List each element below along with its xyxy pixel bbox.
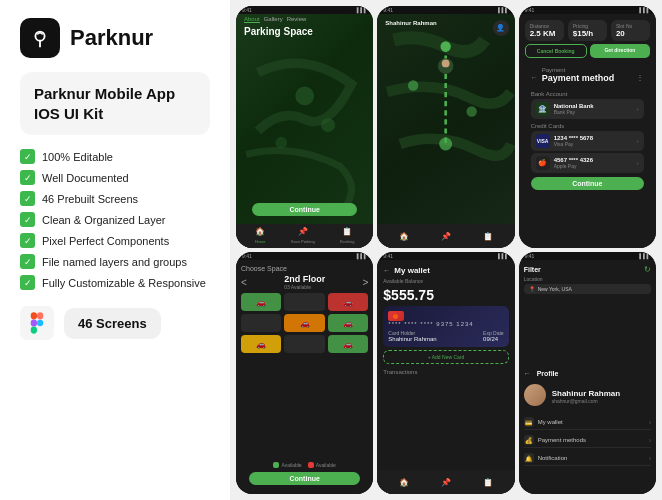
phone5-screen: ← My wallet Available Balance $555.75 **… — [377, 260, 514, 494]
apple-card-item[interactable]: 🍎 4567 **** 4326 Apple Pay › — [531, 153, 644, 173]
status-bar-5: 9:41▌▌▌ — [377, 252, 514, 260]
nav-bar-2: 🏠 📌 📋 — [377, 224, 514, 248]
check-icon-1: ✓ — [20, 149, 35, 164]
nav-home-5[interactable]: 🏠 — [399, 478, 409, 487]
add-card-button[interactable]: + Add New Card — [383, 350, 508, 364]
card-top — [388, 311, 503, 321]
notification-icon: 🔔 — [524, 453, 534, 463]
spot-5[interactable]: 🚗 — [284, 314, 324, 332]
spot-1[interactable]: 🚗 — [241, 293, 281, 311]
phone1-screen: About Gallery Review Parking Space Conti… — [236, 14, 373, 248]
profile-header: ← Profile — [524, 370, 651, 377]
spot-2[interactable] — [284, 293, 324, 311]
map-background: About Gallery Review Parking Space Conti… — [236, 14, 373, 248]
profile-section: ← Profile Shahinur Rahman shahnur@gmail.… — [519, 365, 656, 494]
back-arrow[interactable]: ← — [531, 74, 538, 81]
bank-icon: 🏦 — [536, 102, 550, 116]
stat-distance: Distance 2.5 KM — [525, 20, 564, 41]
svg-point-7 — [295, 87, 314, 106]
feature-3: ✓ 46 Prebuilt Screens — [20, 191, 210, 206]
wallet-title: My wallet — [394, 266, 430, 275]
phones-grid: 9:41▌▌▌ About Gallery Review Parking Spa… — [230, 0, 662, 500]
svg-point-9 — [275, 137, 287, 149]
balance-label: Available Balance — [383, 278, 508, 284]
check-icon-6: ✓ — [20, 254, 35, 269]
location-input[interactable]: 📍 New York, USA — [524, 284, 651, 294]
filter-title: Filter — [524, 266, 541, 273]
spot-9[interactable]: 🚗 — [328, 335, 368, 353]
spot-8[interactable] — [284, 335, 324, 353]
stat-slot: Slot No 20 — [611, 20, 650, 41]
choose-content: Choose Space < 2nd Floor 03 Available > … — [236, 260, 373, 494]
profile-info: Shahinur Rahman shahnur@gmail.com — [524, 384, 651, 408]
nav-booking-5[interactable]: 📋 — [483, 478, 493, 487]
booking-buttons: Cancel Booking Get direction — [525, 44, 650, 58]
visa-icon: VISA — [536, 134, 550, 148]
profile-item-notification[interactable]: 🔔 Notification › — [524, 451, 651, 466]
mc-circle — [393, 314, 398, 319]
payment-section: ← Payment Payment method ⋮ Bank Account … — [525, 61, 650, 242]
back-profile[interactable]: ← — [524, 370, 531, 377]
nav-save-1[interactable]: 📌Save Parking — [291, 227, 315, 245]
nav-save-2[interactable]: 📌 — [441, 232, 451, 241]
svg-point-10 — [441, 41, 451, 51]
prev-floor[interactable]: < — [241, 277, 247, 288]
status-bar-4: 9:41▌▌▌ — [236, 252, 373, 260]
payment-icon: 💰 — [524, 435, 534, 445]
card-display: **** **** **** 9375 1234 Card Holder Sha… — [383, 306, 508, 347]
nav-booking-1[interactable]: 📋Booking — [340, 227, 354, 245]
phone-map-route: 9:41▌▌▌ 👤 Shahinur — [377, 6, 514, 248]
profile-name: Shahinur Rahman — [552, 389, 620, 398]
svg-point-11 — [439, 138, 452, 151]
next-floor[interactable]: > — [362, 277, 368, 288]
spot-3[interactable]: 🚗 — [328, 293, 368, 311]
bank-chevron: › — [636, 105, 639, 114]
phone-profile-filter: 9:41▌▌▌ Filter ↻ Location 📍 New York, US… — [519, 252, 656, 494]
wallet-chevron: › — [649, 419, 651, 426]
phone-parking-space: 9:41▌▌▌ About Gallery Review Parking Spa… — [236, 6, 373, 248]
svg-point-15 — [442, 60, 450, 68]
features-list: ✓ 100% Editable ✓ Well Documented ✓ 46 P… — [20, 149, 210, 290]
svg-point-6 — [37, 320, 43, 326]
svg-rect-4 — [31, 319, 37, 326]
filter-header: Filter ↻ — [524, 265, 651, 274]
parking-space-text: Parking Space — [244, 26, 313, 38]
parking-grid: 🚗 🚗 🚗 🚗 🚗 🚗 — [241, 293, 368, 458]
check-icon-4: ✓ — [20, 212, 35, 227]
notification-chevron: › — [649, 455, 651, 462]
continue-button-4[interactable]: Continue — [249, 472, 360, 485]
apple-info: 4567 **** 4326 Apple Pay — [554, 157, 633, 169]
continue-button-1[interactable]: Continue — [252, 203, 357, 216]
nav-save-5[interactable]: 📌 — [441, 478, 451, 487]
phone4-screen: Choose Space < 2nd Floor 03 Available > … — [236, 260, 373, 494]
nav-home-2[interactable]: 🏠 — [399, 232, 409, 241]
back-wallet[interactable]: ← — [383, 267, 390, 274]
profile-item-wallet[interactable]: 💳 My wallet › — [524, 415, 651, 430]
get-direction-btn[interactable]: Get direction — [590, 44, 650, 58]
cancel-booking-btn[interactable]: Cancel Booking — [525, 44, 587, 58]
map-route-svg — [377, 14, 514, 248]
continue-button-3[interactable]: Continue — [531, 177, 644, 190]
profile-item-payment[interactable]: 💰 Payment methods › — [524, 433, 651, 448]
nav-home-1[interactable]: 🏠Home — [255, 227, 266, 245]
location-pin-icon: 📍 — [529, 286, 535, 292]
refresh-icon[interactable]: ↻ — [644, 265, 651, 274]
spot-7[interactable]: 🚗 — [241, 335, 281, 353]
nav-booking-2[interactable]: 📋 — [483, 232, 493, 241]
nav-bar-1: 🏠Home 📌Save Parking 📋Booking — [236, 224, 373, 248]
feature-5: ✓ Pixel Perfect Components — [20, 233, 210, 248]
visa-card-item[interactable]: VISA 1234 **** 5678 Visa Pay › — [531, 131, 644, 151]
spot-6[interactable]: 🚗 — [328, 314, 368, 332]
svg-rect-2 — [31, 312, 37, 319]
brand-row: Parknur — [20, 18, 210, 58]
spot-4[interactable] — [241, 314, 281, 332]
bank-pay-item[interactable]: 🏦 National Bank Bank Pay › — [531, 99, 644, 119]
menu-icon[interactable]: ⋮ — [636, 73, 644, 82]
card-holder-section: Card Holder Shahinur Rahman — [388, 330, 436, 342]
legend-booked: Available — [308, 462, 336, 468]
map-bg2: 👤 Shahinur Rahman — [377, 14, 514, 248]
status-bar-1: 9:41▌▌▌ — [236, 6, 373, 14]
check-icon-3: ✓ — [20, 191, 35, 206]
legend-available-dot — [273, 462, 279, 468]
phone6-screen: Filter ↻ Location 📍 New York, USA ← Prof… — [519, 260, 656, 494]
